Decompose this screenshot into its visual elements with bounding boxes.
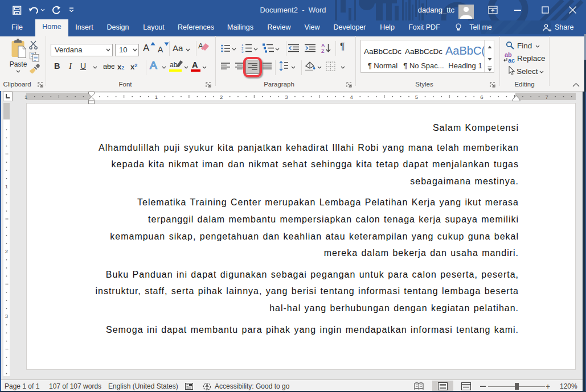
svg-text:2: 2 — [5, 248, 8, 254]
svg-text:3: 3 — [241, 50, 244, 53]
svg-text:7: 7 — [545, 94, 548, 100]
svg-text:Z: Z — [321, 48, 325, 53]
svg-text:1: 1 — [155, 94, 158, 100]
svg-text:4: 4 — [350, 94, 353, 100]
svg-text:3: 3 — [5, 313, 8, 319]
svg-text:1: 1 — [5, 183, 8, 189]
svg-text:5: 5 — [415, 94, 418, 100]
svg-text:3: 3 — [285, 94, 288, 100]
svg-text:A: A — [321, 43, 325, 48]
svg-text:6: 6 — [480, 94, 483, 100]
svg-text:1: 1 — [24, 94, 27, 100]
svg-text:2: 2 — [220, 94, 223, 100]
